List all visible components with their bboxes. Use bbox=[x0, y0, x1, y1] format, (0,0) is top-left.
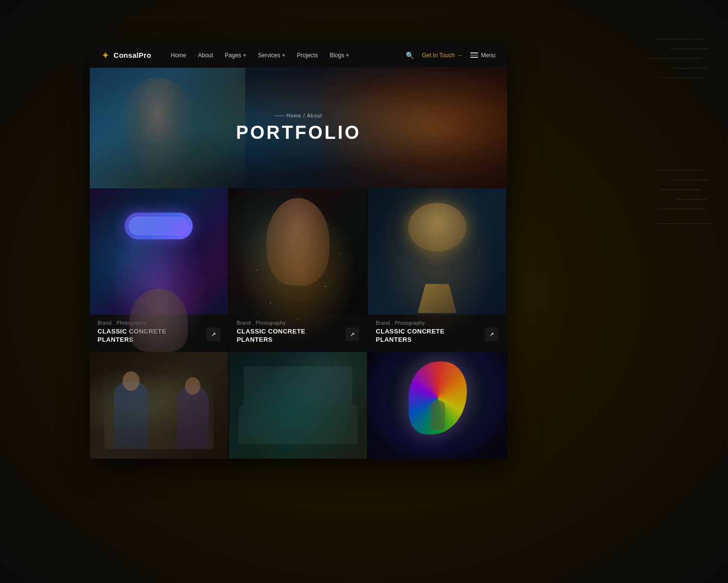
hero-banner: Home / About PORTFOLIO bbox=[90, 68, 507, 188]
nav-blogs[interactable]: Blogs bbox=[325, 49, 354, 62]
cta-button[interactable]: Get In Touch → bbox=[422, 52, 463, 59]
logo[interactable]: ✦ ConsalPro bbox=[101, 50, 151, 61]
ai-circuit-shape bbox=[229, 188, 367, 352]
nav-projects[interactable]: Projects bbox=[292, 49, 323, 62]
nav-home[interactable]: Home bbox=[166, 49, 191, 62]
browser-window: ✦ ConsalPro Home About Pages Services Pr… bbox=[90, 43, 507, 459]
portfolio-grid: Brand . Photography CLASSIC CONCRETE PLA… bbox=[90, 188, 507, 459]
nav-about[interactable]: About bbox=[193, 49, 218, 62]
menu-label: Menu bbox=[481, 52, 496, 59]
portfolio-image-brain bbox=[368, 188, 506, 315]
colorful-hand-shape bbox=[430, 400, 445, 430]
logo-text: ConsalPro bbox=[114, 51, 151, 59]
breadcrumb-home[interactable]: Home bbox=[286, 113, 301, 118]
portfolio-image-meeting bbox=[229, 352, 367, 459]
meeting-window bbox=[244, 366, 353, 405]
nav-services[interactable]: Services bbox=[253, 49, 290, 62]
portfolio-image-colorful bbox=[368, 352, 507, 459]
portfolio-section: Brand . Photography CLASSIC CONCRETE PLA… bbox=[90, 188, 507, 459]
portfolio-item-3[interactable]: Brand . Photography CLASSIC CONCRETE PLA… bbox=[368, 188, 507, 352]
logo-icon: ✦ bbox=[101, 50, 110, 61]
person1-shape bbox=[114, 381, 148, 449]
page-title: PORTFOLIO bbox=[236, 122, 361, 143]
portfolio-item-5[interactable] bbox=[229, 352, 368, 459]
breadcrumb: Home / About bbox=[236, 113, 361, 118]
portfolio-image-vr bbox=[90, 188, 228, 315]
portfolio-item-2[interactable]: Brand . Photography CLASSIC CONCRETE PLA… bbox=[229, 188, 368, 352]
brain-circuit-base bbox=[418, 284, 457, 313]
office-people-shape bbox=[104, 371, 214, 449]
brain-shape bbox=[408, 203, 466, 251]
human-face-shape bbox=[130, 289, 188, 352]
nav-pages[interactable]: Pages bbox=[220, 49, 251, 62]
portfolio-image-office bbox=[90, 352, 228, 459]
menu-button[interactable]: Menu bbox=[470, 52, 496, 59]
vr-goggles-shape bbox=[125, 213, 193, 239]
hero-content: Home / About PORTFOLIO bbox=[236, 113, 361, 143]
portfolio-item-6[interactable] bbox=[368, 352, 507, 459]
cta-label: Get In Touch bbox=[422, 52, 455, 59]
breadcrumb-current: About bbox=[307, 113, 322, 118]
search-icon[interactable]: 🔍 bbox=[402, 50, 418, 61]
portfolio-image-ai bbox=[229, 188, 367, 315]
nav-links: Home About Pages Services Projects Blogs bbox=[166, 49, 402, 62]
cta-arrow: → bbox=[457, 52, 463, 59]
hero-face-image bbox=[90, 68, 245, 188]
breadcrumb-separator: / bbox=[303, 113, 305, 118]
hamburger-icon bbox=[470, 52, 478, 58]
person2-shape bbox=[177, 386, 209, 449]
bg-decorative-lines bbox=[655, 0, 713, 583]
navbar: ✦ ConsalPro Home About Pages Services Pr… bbox=[90, 43, 507, 68]
portfolio-item-1[interactable]: Brand . Photography CLASSIC CONCRETE PLA… bbox=[90, 188, 229, 352]
portfolio-item-4[interactable] bbox=[90, 352, 229, 459]
meeting-table bbox=[239, 405, 358, 444]
